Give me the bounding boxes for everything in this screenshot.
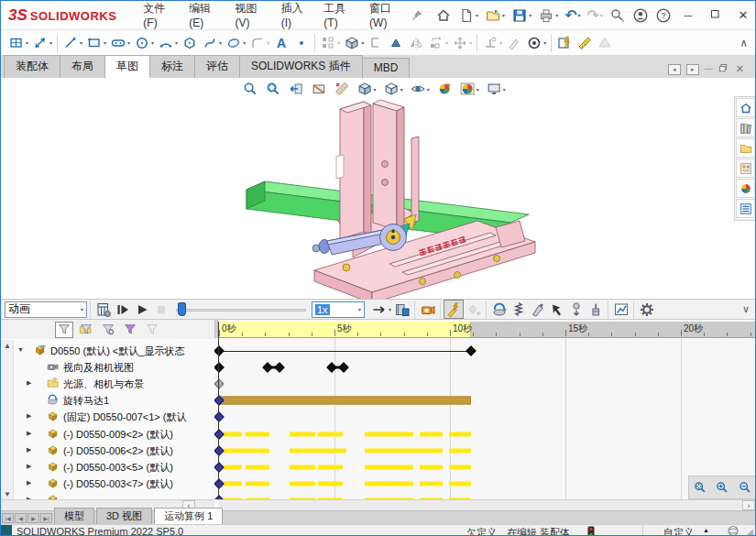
chevron-down-icon[interactable]: ▾ (499, 39, 502, 46)
caret-up-icon[interactable]: ▲ (703, 527, 709, 533)
tree-item[interactable]: ▶光源、相机与布景 (14, 375, 214, 391)
key-diamond[interactable] (214, 379, 225, 389)
chevron-down-icon[interactable]: ▾ (476, 12, 478, 18)
expander-closed-icon[interactable]: ▶ (27, 479, 31, 487)
timeline-playhead[interactable] (218, 322, 219, 499)
collapse-toolbar-icon[interactable]: ∧ (740, 37, 748, 49)
change-bar-segment[interactable] (365, 481, 413, 486)
change-bar-segment[interactable] (318, 465, 342, 469)
timeline-position-slider[interactable] (176, 302, 306, 317)
key-diamond[interactable] (466, 345, 476, 356)
chevron-down-icon[interactable]: ▾ (337, 39, 340, 46)
motion-properties-icon[interactable] (637, 300, 656, 319)
dock-right-icon[interactable]: ▸ (686, 64, 699, 75)
key-diamond[interactable] (214, 462, 225, 472)
prev-tab-icon[interactable]: ◀ (15, 513, 27, 523)
traffic-light-icon[interactable] (587, 526, 595, 536)
chevron-down-icon[interactable]: ▾ (469, 39, 472, 46)
slot-icon[interactable]: ▾ (108, 32, 132, 54)
command-tab[interactable]: MBD (362, 58, 411, 78)
change-bar-segment[interactable] (420, 465, 443, 469)
resources-home-icon[interactable] (736, 98, 755, 117)
slider-thumb[interactable] (178, 302, 186, 316)
tree-item[interactable]: ▶(固定) D0550-007<1> (默认 (14, 408, 214, 424)
dock-left-icon[interactable]: ◂ (668, 64, 681, 75)
shaded-sketch-icon[interactable] (595, 32, 615, 54)
timeline-rows[interactable] (214, 338, 756, 499)
search-icon[interactable] (607, 5, 629, 26)
chevron-down-icon[interactable]: ▾ (151, 39, 154, 46)
tree-item[interactable]: ▶(-) D0550-003<5> (默认) (14, 458, 214, 475)
tree-vertical-scrollbar[interactable]: ▲ ▼ (1, 340, 14, 499)
appearances-icon[interactable] (736, 179, 755, 198)
tree-item[interactable]: 旋转马达1 (14, 391, 214, 408)
minimize-doc-icon[interactable]: — (705, 65, 713, 73)
command-tab[interactable]: 评估 (194, 55, 240, 78)
save-animation-icon[interactable] (392, 300, 411, 319)
key-diamond[interactable] (214, 429, 225, 439)
chevron-down-icon[interactable]: ▾ (578, 12, 581, 18)
expander-open-icon[interactable]: ▼ (17, 346, 24, 353)
key-diamond[interactable] (214, 478, 225, 488)
command-tab[interactable]: SOLIDWORKS 插件 (239, 55, 363, 78)
ellipse-icon[interactable]: ▾ (224, 32, 247, 54)
convert-entities-icon[interactable] (366, 32, 386, 54)
sketch-icon[interactable]: ▾ (6, 32, 30, 54)
change-bar-segment[interactable] (318, 481, 342, 486)
autokey-icon[interactable] (444, 300, 464, 319)
change-bar-segment[interactable] (420, 481, 443, 486)
3d-sketch-icon[interactable]: ▾ (342, 32, 366, 54)
change-bar-segment[interactable] (222, 481, 243, 486)
linear-pattern-icon[interactable]: ▾ (426, 32, 450, 54)
expander-closed-icon[interactable]: ▶ (27, 430, 31, 437)
offset-entities-icon[interactable] (386, 32, 406, 54)
chevron-down-icon[interactable]: ▾ (502, 12, 505, 18)
quick-snaps-icon[interactable]: ▾ (524, 32, 548, 54)
minimize-icon[interactable]: ─ (674, 4, 702, 27)
change-bar-segment[interactable] (449, 465, 471, 469)
change-bar-segment[interactable] (449, 448, 471, 453)
circle-icon[interactable]: ▾ (132, 32, 156, 54)
motor-duration-bar[interactable] (219, 397, 471, 405)
menu-item[interactable]: 编辑(E) (182, 0, 225, 33)
spline-icon[interactable]: ▾ (200, 32, 224, 54)
change-bar-segment[interactable] (365, 465, 413, 469)
chevron-down-icon[interactable]: ▾ (219, 39, 222, 46)
document-tab[interactable]: 模型 (54, 508, 94, 524)
polygon-icon[interactable] (180, 32, 200, 54)
expander-closed-icon[interactable]: ▶ (27, 463, 31, 470)
playback-mode-icon[interactable]: ▾ (370, 300, 392, 319)
pin-icon[interactable] (408, 6, 427, 24)
change-bar-segment[interactable] (365, 448, 444, 453)
chevron-down-icon[interactable]: ▾ (445, 39, 448, 46)
change-bar-segment[interactable] (246, 465, 269, 469)
menu-item[interactable]: 插入(I) (275, 0, 314, 33)
menu-item[interactable]: 窗口(W) (363, 0, 408, 33)
account-icon[interactable] (630, 5, 652, 26)
home-icon[interactable] (433, 5, 455, 26)
menu-item[interactable]: 文件(F) (137, 0, 179, 33)
assembly-model[interactable] (1, 78, 756, 299)
rectangle-icon[interactable]: ▾ (84, 32, 108, 54)
command-tab[interactable]: 标注 (149, 55, 195, 78)
display-relations-icon[interactable]: ▾ (480, 32, 504, 54)
close-doc-icon[interactable]: ✕ (736, 64, 744, 74)
first-tab-icon[interactable]: |◀ (2, 513, 14, 523)
graphics-viewport[interactable]: ▾▾▾▾▾ (1, 78, 756, 299)
change-bar-segment[interactable] (290, 465, 315, 469)
expander-closed-icon[interactable]: ▶ (27, 446, 31, 454)
chevron-down-icon[interactable]: ▾ (555, 12, 558, 18)
entities-pattern-icon[interactable]: ▾ (318, 32, 342, 54)
tag-icon[interactable] (727, 525, 740, 536)
collapse-motionmanager-icon[interactable]: ∨ (742, 303, 750, 315)
tree-item[interactable]: ▶(-) D0550-009<2> (默认) (14, 425, 214, 442)
instant2d-icon[interactable] (575, 32, 595, 54)
save-icon[interactable]: ▾ (509, 5, 534, 26)
scroll-right-icon[interactable]: › (742, 500, 755, 510)
scroll-up-icon[interactable]: ▲ (2, 340, 13, 351)
chevron-down-icon[interactable]: ▾ (389, 306, 391, 312)
timeline-ruler[interactable]: 0秒5秒10秒15秒20秒 (218, 322, 756, 338)
view-palette-icon[interactable] (736, 159, 755, 178)
fillet-icon[interactable]: ▾ (247, 32, 271, 54)
timeline-horizontal-scrollbar[interactable]: › (218, 499, 756, 510)
